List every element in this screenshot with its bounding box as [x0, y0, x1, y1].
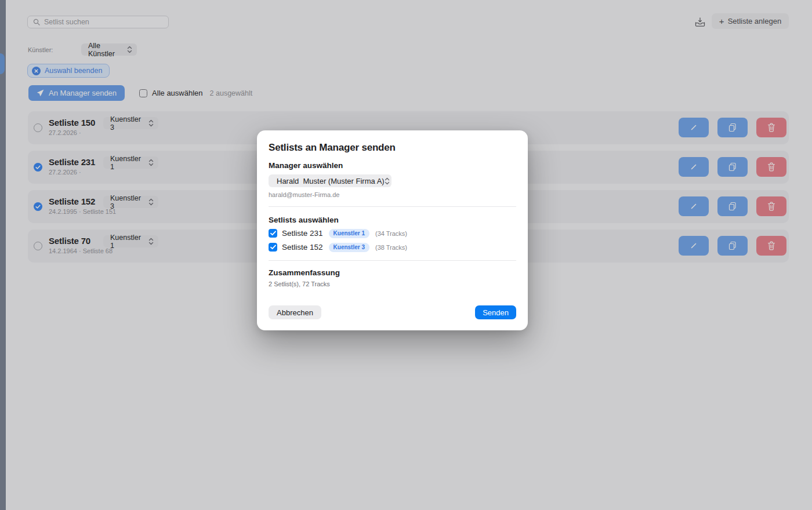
track-count: (38 Tracks)	[375, 244, 407, 251]
send-button[interactable]: Senden	[475, 305, 516, 319]
modal-title: Setlists an Manager senden	[269, 142, 516, 154]
manager-select-value: Harald Muster (Muster Firma A)	[277, 177, 385, 185]
checked-checkbox-icon[interactable]	[269, 243, 277, 252]
artist-badge: Kuenstler 1	[329, 229, 369, 238]
track-count: (34 Tracks)	[375, 230, 407, 237]
modal-footer: Abbrechen Senden	[269, 305, 516, 319]
summary-text: 2 Setlist(s), 72 Tracks	[269, 280, 516, 287]
divider	[269, 260, 516, 261]
setlist-option-label: Setliste 231	[282, 229, 323, 238]
cancel-button[interactable]: Abbrechen	[269, 305, 321, 319]
divider	[269, 206, 516, 207]
setlist-option[interactable]: Setliste 152 Kuenstler 3 (38 Tracks)	[269, 242, 516, 252]
checked-checkbox-icon[interactable]	[269, 229, 277, 238]
setlist-option-label: Setliste 152	[282, 243, 323, 252]
setlists-section-label: Setlists auswählen	[269, 216, 516, 224]
send-to-manager-modal: Setlists an Manager senden Manager auswä…	[257, 130, 528, 330]
manager-select[interactable]: Harald Muster (Muster Firma A)	[269, 174, 392, 187]
chevron-updown-icon	[385, 160, 397, 202]
summary-section-label: Zusammenfassung	[269, 268, 516, 277]
setlist-option[interactable]: Setliste 231 Kuenstler 1 (34 Tracks)	[269, 228, 516, 238]
artist-badge: Kuenstler 3	[329, 243, 369, 252]
